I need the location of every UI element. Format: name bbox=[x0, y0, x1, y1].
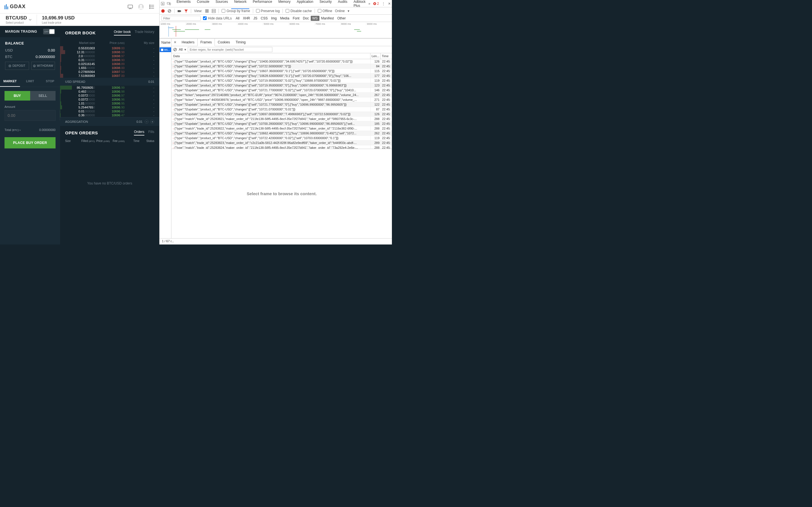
orderbook-row[interactable]: 0.49200000 10696.98 - bbox=[60, 90, 159, 94]
frame-row[interactable]: ↓{"type":"l2update","product_id":"BTC-US… bbox=[171, 59, 392, 64]
agg-plus-button[interactable]: + bbox=[150, 120, 154, 124]
disable-cache-check[interactable]: Disable cache bbox=[286, 9, 312, 13]
frame-row[interactable]: ↓{"type":"match","trade_id":25283824,"ma… bbox=[171, 145, 392, 149]
orderbook-row[interactable]: 5.25447650 10696.90 - bbox=[60, 105, 159, 109]
chat-icon[interactable] bbox=[127, 4, 133, 10]
frame-row[interactable]: ↓{"type":"match","trade_id":25283821,"ma… bbox=[171, 117, 392, 121]
orderbook-row[interactable]: 0.55331003 10699.00 - bbox=[60, 46, 159, 50]
kebab-icon[interactable]: ⋮ bbox=[382, 2, 385, 6]
list-view-icon[interactable] bbox=[205, 9, 209, 13]
hide-urls-check[interactable]: Hide data URLs bbox=[203, 16, 232, 20]
frame-row[interactable]: ↓{"type":"l2update","product_id":"BTC-US… bbox=[171, 78, 392, 83]
filter-css[interactable]: CSS bbox=[259, 16, 269, 21]
tab-fills[interactable]: Fills bbox=[148, 130, 154, 135]
clear-frames-icon[interactable] bbox=[173, 48, 177, 52]
large-view-icon[interactable] bbox=[212, 9, 216, 13]
frame-row[interactable]: ↓{"type":"l2update","product_id":"BTC-US… bbox=[171, 121, 392, 126]
frame-row[interactable]: ↓{"type":"l2update","product_id":"BTC-US… bbox=[171, 64, 392, 69]
close-detail-icon[interactable]: ✕ bbox=[171, 39, 179, 45]
filter-font[interactable]: Font bbox=[291, 16, 301, 21]
gdax-logo[interactable]: GDAX bbox=[4, 4, 26, 10]
group-by-frame-check[interactable]: Group by frame bbox=[221, 9, 250, 13]
orderbook-row[interactable]: 0.02516145 10698.89 - bbox=[60, 62, 159, 66]
camera-icon[interactable] bbox=[177, 9, 181, 13]
buy-button[interactable]: BUY bbox=[4, 91, 30, 101]
timeline[interactable]: 1000 ms2000 ms3000 ms4000 ms5000 ms6000 … bbox=[160, 22, 392, 38]
error-badge[interactable]: 2 bbox=[373, 2, 379, 6]
frame-row[interactable]: ↓{"type":"l2update","product_id":"BTC-US… bbox=[171, 131, 392, 136]
orderbook-row[interactable]: 1.01000000 10696.95 - bbox=[60, 101, 159, 105]
all-filter[interactable]: All bbox=[179, 48, 183, 52]
orderbook-row[interactable]: 0.31000000 10698.90 - bbox=[60, 58, 159, 62]
orderbook-row[interactable]: 2.00000000 10698.97 - bbox=[60, 54, 159, 58]
margin-toggle[interactable]: OFF bbox=[43, 29, 55, 34]
orderbook-row[interactable]: 0.01000000 10696.62 - bbox=[60, 109, 159, 113]
tab-trade-history[interactable]: Trade history bbox=[135, 30, 154, 36]
deposit-button[interactable]: DEPOSIT bbox=[5, 62, 29, 70]
user-avatar-icon[interactable] bbox=[138, 4, 144, 10]
place-order-button[interactable]: PLACE BUY ORDER bbox=[4, 137, 56, 149]
detail-tab-frames[interactable]: Frames bbox=[197, 39, 215, 46]
close-icon[interactable]: ✕ bbox=[388, 2, 391, 6]
clear-icon[interactable] bbox=[167, 9, 171, 13]
filter-other[interactable]: Other bbox=[336, 16, 347, 21]
regex-input[interactable] bbox=[188, 47, 272, 52]
orderbook-row[interactable]: 0.03720000 10696.97 - bbox=[60, 94, 159, 98]
orderbook-row[interactable]: 12.31000000 10698.98 - bbox=[60, 50, 159, 54]
device-icon[interactable] bbox=[167, 2, 171, 6]
agg-minus-button[interactable]: − bbox=[145, 120, 149, 124]
filter-xhr[interactable]: XHR bbox=[241, 16, 252, 21]
tab-limit[interactable]: LIMIT bbox=[20, 76, 40, 87]
frame-row[interactable]: ↓{"type":"l2update","product_id":"BTC-US… bbox=[171, 102, 392, 107]
frame-row[interactable]: ↓{"type":"ticker","sequence":4435838978,… bbox=[171, 98, 392, 102]
orderbook-row[interactable]: 1.65500000 10698.00 - bbox=[60, 66, 159, 70]
filter-doc[interactable]: Doc bbox=[301, 16, 310, 21]
orderbook-row[interactable]: 86.79506050 10696.99 - bbox=[60, 86, 159, 90]
frame-row[interactable]: ↓{"type":"l2update","product_id":"BTC-US… bbox=[171, 136, 392, 140]
throttle-chevron[interactable]: ▾ bbox=[348, 9, 349, 13]
orderbook-row[interactable]: 0.27809364 10697.50 - bbox=[60, 70, 159, 74]
filter-chevron[interactable]: ▾ bbox=[185, 48, 186, 52]
frame-row[interactable]: ↓{"type":"l2update","product_id":"BTC-US… bbox=[171, 112, 392, 117]
detail-tab-cookies[interactable]: Cookies bbox=[215, 39, 233, 46]
product-selector[interactable]: BTC/USD Select product bbox=[6, 15, 32, 24]
filter-input[interactable] bbox=[161, 16, 201, 21]
frame-row[interactable]: ↓{"type":"l2update","product_id":"BTC-US… bbox=[171, 83, 392, 88]
online-select[interactable]: Online bbox=[335, 9, 345, 13]
preserve-log-check[interactable]: Preserve log bbox=[256, 9, 280, 13]
sell-button[interactable]: SELL bbox=[30, 91, 56, 101]
detail-tab-headers[interactable]: Headers bbox=[179, 39, 197, 46]
filter-ws[interactable]: WS bbox=[311, 16, 319, 21]
more-tabs-icon[interactable]: » bbox=[368, 2, 370, 6]
filter-img[interactable]: Img bbox=[269, 16, 278, 21]
orderbook-row[interactable]: 0.03720000 10696.96 - bbox=[60, 98, 159, 101]
filter-media[interactable]: Media bbox=[278, 16, 291, 21]
orderbook-row[interactable]: 0.36000000 10696.47 - bbox=[60, 113, 159, 117]
frame-row[interactable]: ↓{"type":"l2update","product_id":"BTC-US… bbox=[171, 73, 392, 78]
ws-request-item[interactable]: ws... bbox=[160, 47, 171, 52]
filter-icon[interactable] bbox=[184, 9, 188, 13]
withdraw-button[interactable]: WITHDRAW bbox=[31, 62, 55, 70]
frame-row[interactable]: ↓{"type":"match","trade_id":25283822,"ma… bbox=[171, 126, 392, 131]
inspect-icon[interactable] bbox=[161, 2, 165, 6]
offline-check[interactable]: Offline bbox=[318, 9, 332, 13]
amount-input[interactable] bbox=[5, 110, 60, 121]
spread-label: USD SPREAD bbox=[65, 80, 86, 83]
filter-manifest[interactable]: Manifest bbox=[319, 16, 336, 21]
record-button[interactable] bbox=[161, 9, 165, 13]
frame-row[interactable]: ↓{"type":"l2update","product_id":"BTC-US… bbox=[171, 69, 392, 73]
tab-orders[interactable]: Orders bbox=[134, 130, 144, 135]
frame-row[interactable]: ↓{"type":"l2update","product_id":"BTC-US… bbox=[171, 88, 392, 93]
detail-tab-timing[interactable]: Timing bbox=[233, 39, 249, 46]
orderbook-row[interactable]: 7.51866983 10697.00 - bbox=[60, 74, 159, 78]
menu-icon[interactable] bbox=[149, 4, 155, 10]
frame-row[interactable]: ↓{"type":"match","trade_id":25283823,"ma… bbox=[171, 140, 392, 145]
tab-stop[interactable]: STOP bbox=[40, 76, 60, 87]
filter-js[interactable]: JS bbox=[252, 16, 259, 21]
filter-all[interactable]: All bbox=[234, 16, 241, 21]
frames-body[interactable]: ↓{"type":"l2update","product_id":"BTC-US… bbox=[171, 59, 392, 149]
frame-row[interactable]: ↓{"type":"ticker","sequence":2972140389,… bbox=[171, 93, 392, 98]
frame-row[interactable]: ↓{"type":"l2update","product_id":"BTC-US… bbox=[171, 107, 392, 112]
tab-market[interactable]: MARKET bbox=[0, 76, 20, 87]
tab-order-book[interactable]: Order book bbox=[114, 30, 131, 36]
